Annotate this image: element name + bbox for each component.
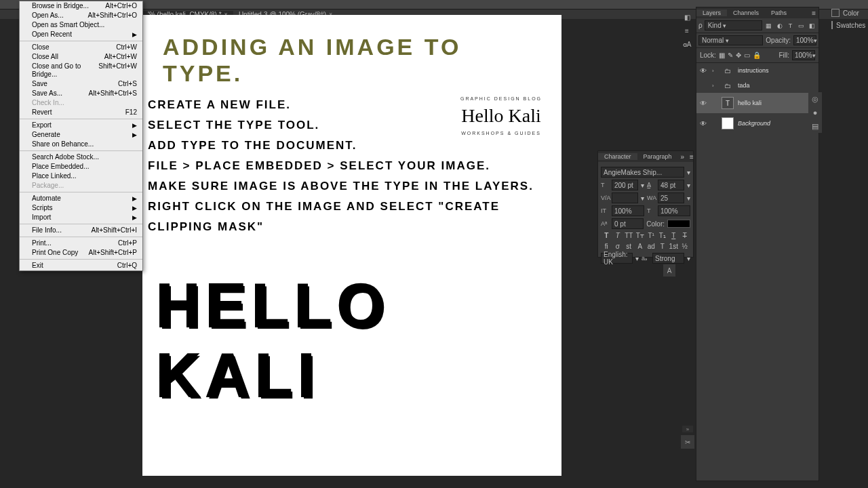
chevron-right-icon[interactable]: › [712, 68, 717, 74]
font-size-field[interactable]: 200 pt [612, 180, 638, 190]
menu-open-recent[interactable]: Open Recent▶ [20, 30, 142, 39]
visibility-icon[interactable]: 👁 [698, 66, 708, 75]
filter-kind-select[interactable]: Kind ▾ [705, 20, 762, 30]
tab-layers[interactable]: Layers [696, 9, 727, 16]
baseline-field[interactable]: 0 pt [612, 218, 644, 229]
tool-icon[interactable]: ≡ [681, 24, 693, 37]
menu-open-smart[interactable]: Open as Smart Object... [20, 20, 142, 30]
layer-row[interactable]: 👁 Background 🔒 [696, 113, 818, 134]
tab-paths[interactable]: Paths [765, 9, 793, 16]
menu-print[interactable]: Print...Ctrl+P [20, 239, 142, 248]
chevron-down-icon[interactable]: ▾ [641, 182, 644, 189]
menu-close-go-bridge[interactable]: Close and Go to Bridge...Shift+Ctrl+W [20, 62, 142, 79]
ot-icon[interactable]: σ [612, 242, 624, 251]
hscale-field[interactable]: 100% [658, 205, 690, 216]
menu-open-as[interactable]: Open As...Alt+Shift+Ctrl+O [20, 11, 142, 20]
tab-paragraph[interactable]: Paragraph [637, 153, 678, 160]
font-family-select[interactable]: AngieMakes Ship... [601, 167, 684, 178]
vscale-field[interactable]: 100% [612, 205, 644, 216]
kerning-field[interactable] [612, 192, 638, 203]
ot-icon[interactable]: ½ [679, 242, 691, 251]
menu-export[interactable]: Export▶ [20, 121, 142, 130]
visibility-icon[interactable]: 👁 [698, 98, 708, 108]
document-canvas[interactable]: ADDING AN IMAGE TO TYPE. CREATE A NEW FI… [142, 15, 561, 476]
panel-collapse-icon[interactable]: » [678, 153, 688, 161]
italic-button[interactable]: T [612, 231, 624, 240]
lock-nest-icon[interactable]: ▭ [744, 52, 750, 59]
chevron-down-icon[interactable]: ▾ [635, 255, 639, 262]
layer-name[interactable]: instructions [738, 67, 769, 74]
allcaps-button[interactable]: TT [623, 231, 635, 240]
menu-save[interactable]: SaveCtrl+S [20, 79, 142, 89]
filter-pixel-icon[interactable]: ▦ [764, 21, 773, 30]
ot-icon[interactable]: ad [646, 242, 657, 251]
lock-icon[interactable]: 🔒 [753, 52, 761, 59]
lock-position-icon[interactable]: ✥ [736, 52, 741, 59]
menu-automate[interactable]: Automate▶ [20, 194, 142, 203]
underline-button[interactable]: T [668, 231, 679, 240]
menu-browse-bridge[interactable]: Browse in Bridge...Alt+Ctrl+O [20, 1, 142, 11]
menu-exit[interactable]: ExitCtrl+Q [20, 261, 142, 270]
panel-icon[interactable]: ◎ [808, 92, 822, 106]
ot-icon[interactable]: 1st [668, 242, 679, 251]
menu-generate[interactable]: Generate▶ [20, 130, 142, 140]
filter-adjust-icon[interactable]: ◐ [775, 21, 784, 30]
collapse-icon[interactable]: » [682, 426, 693, 432]
visibility-icon[interactable] [698, 81, 708, 90]
menu-import[interactable]: Import▶ [20, 213, 142, 222]
chevron-down-icon[interactable]: ▾ [641, 195, 644, 202]
fill-field[interactable]: 100%▾ [792, 50, 815, 60]
filter-type-icon[interactable]: T [786, 21, 795, 30]
layer-row[interactable]: 👁 › 🗀 instructions [696, 63, 818, 78]
chevron-right-icon[interactable]: › [712, 83, 717, 89]
tool-icon[interactable]: ɑA [681, 38, 693, 50]
superscript-button[interactable]: T¹ [646, 231, 657, 240]
menu-close-all[interactable]: Close AllAlt+Ctrl+W [20, 52, 142, 62]
language-select[interactable]: English: UK [601, 253, 633, 264]
lock-all-icon[interactable]: ▦ [719, 52, 725, 59]
lock-pixels-icon[interactable]: ✎ [728, 52, 733, 59]
menu-revert[interactable]: RevertF12 [20, 108, 142, 117]
bold-button[interactable]: T [601, 231, 612, 240]
tab-character[interactable]: Character [598, 153, 637, 160]
panel-menu-icon[interactable]: ≡ [687, 153, 696, 161]
visibility-icon[interactable]: 👁 [698, 119, 708, 128]
chevron-down-icon[interactable]: ▾ [687, 169, 690, 176]
leading-field[interactable]: 48 pt [658, 180, 684, 190]
chevron-down-icon[interactable]: ▾ [687, 255, 690, 262]
transform-tool-icon[interactable]: ✂ [681, 435, 694, 449]
layer-row[interactable]: 👁 T hello kali [696, 93, 818, 113]
menu-print-one-copy[interactable]: Print One CopyAlt+Shift+Ctrl+P [20, 248, 142, 258]
swatches-panel-button[interactable]: Swatches [827, 19, 868, 31]
color-panel-button[interactable]: Color [827, 7, 868, 19]
opacity-field[interactable]: 100%▾ [793, 35, 816, 45]
tab-channels[interactable]: Channels [727, 9, 765, 16]
smallcaps-button[interactable]: Tᴛ [635, 231, 646, 240]
menu-file-info[interactable]: File Info...Alt+Shift+Ctrl+I [20, 226, 142, 235]
tracking-field[interactable]: 25 [658, 192, 684, 203]
blend-mode-select[interactable]: Normal ▾ [698, 35, 763, 45]
panel-icon[interactable]: ● [808, 106, 822, 119]
chevron-down-icon[interactable]: ▾ [687, 195, 690, 202]
menu-share-behance[interactable]: Share on Behance... [20, 140, 142, 149]
subscript-button[interactable]: T₁ [657, 231, 669, 240]
antialias-select[interactable]: Strong [652, 253, 684, 264]
filter-shape-icon[interactable]: ▭ [797, 21, 806, 30]
layer-name[interactable]: hello kali [738, 100, 762, 106]
layer-name[interactable]: Background [738, 120, 770, 127]
tool-icon[interactable]: ◧ [681, 11, 693, 23]
ot-icon[interactable]: st [623, 242, 635, 251]
filter-smart-icon[interactable]: ◧ [808, 21, 816, 30]
chevron-down-icon[interactable]: ▾ [687, 182, 690, 189]
menu-place-embedded[interactable]: Place Embedded... [20, 162, 142, 171]
glyphs-panel-icon[interactable]: A [663, 264, 675, 277]
layer-row[interactable]: › 🗀 tada [696, 78, 818, 93]
strike-button[interactable]: T [679, 231, 691, 240]
menu-close[interactable]: CloseCtrl+W [20, 43, 142, 52]
text-color-swatch[interactable] [667, 220, 690, 228]
menu-search-adobe-stock[interactable]: Search Adobe Stock... [20, 152, 142, 162]
ot-icon[interactable]: fi [601, 242, 612, 251]
menu-save-as[interactable]: Save As...Alt+Shift+Ctrl+S [20, 89, 142, 98]
ot-icon[interactable]: A [635, 242, 646, 251]
menu-scripts[interactable]: Scripts▶ [20, 203, 142, 213]
